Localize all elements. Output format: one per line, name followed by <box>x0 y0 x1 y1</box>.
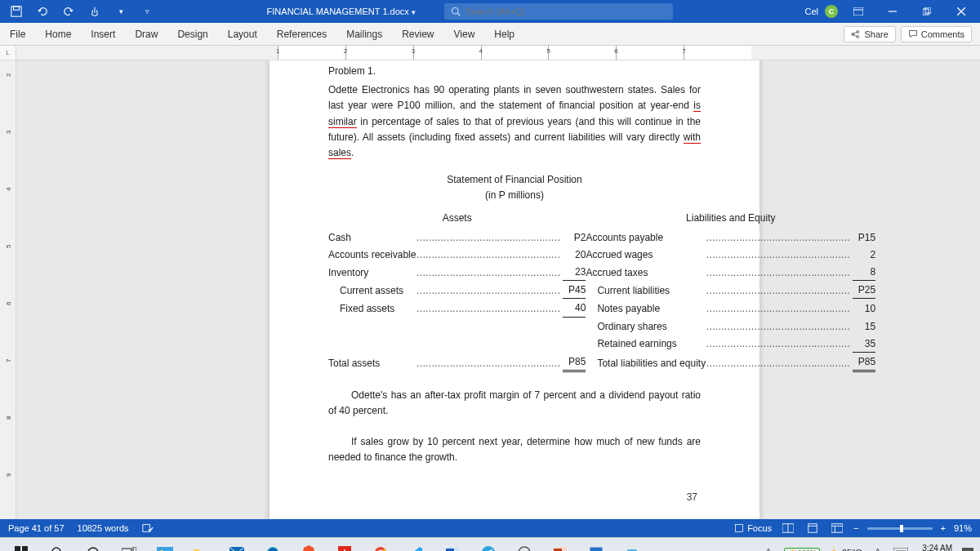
sof-subtitle: (in P millions) <box>328 188 701 203</box>
search-icon <box>451 7 461 16</box>
comments-button[interactable]: Comments <box>901 26 972 42</box>
keyboard-icon[interactable] <box>893 545 908 551</box>
focus-icon <box>734 523 744 533</box>
sun-icon <box>828 547 840 551</box>
tab-view[interactable]: View <box>444 23 485 45</box>
assets-header: Assets <box>328 211 586 229</box>
tab-file[interactable]: File <box>0 23 35 45</box>
zoom-in-icon[interactable]: + <box>941 523 946 533</box>
close-icon[interactable] <box>947 0 975 23</box>
liab-header: Liabilities and Equity <box>586 211 875 229</box>
svg-rect-33 <box>157 547 173 551</box>
notifications-icon[interactable]: 2 <box>960 545 975 551</box>
brave-icon[interactable] <box>292 540 325 551</box>
intro-paragraph: Odette Electronics has 90 operating plan… <box>328 82 701 161</box>
svg-point-27 <box>52 548 60 551</box>
ruler-corner: L <box>0 46 16 60</box>
tab-references[interactable]: References <box>267 23 336 45</box>
zoom-level[interactable]: 91% <box>954 523 972 533</box>
edge-icon[interactable] <box>256 540 289 551</box>
page-number: 37 <box>328 490 701 505</box>
svg-point-2 <box>452 8 459 15</box>
word-icon[interactable]: W <box>436 540 469 551</box>
user-name[interactable]: Cel <box>804 7 818 16</box>
calendar-icon[interactable] <box>580 540 612 551</box>
start-icon[interactable] <box>5 540 38 551</box>
comment-icon <box>908 29 918 39</box>
clock[interactable]: 3:24 AM 9/14/2021 <box>916 544 953 552</box>
chrome-icon[interactable] <box>364 540 397 551</box>
sof-title: Statement of Financial Position <box>328 172 701 188</box>
camera-icon[interactable] <box>616 540 648 551</box>
problem-heading: Problem 1. <box>328 64 701 79</box>
qat-overflow-icon[interactable]: ▿ <box>137 2 157 21</box>
status-words[interactable]: 10825 words <box>78 523 129 533</box>
svg-rect-53 <box>590 548 602 551</box>
touch-mode-icon[interactable] <box>85 2 105 21</box>
tray-expand-icon[interactable]: ˄ <box>871 545 885 551</box>
focus-button[interactable]: Focus <box>734 523 772 533</box>
tray-chevron-icon[interactable]: ˄ <box>761 545 776 551</box>
tab-draw[interactable]: Draw <box>125 23 167 45</box>
adobe-icon[interactable]: Adobe <box>328 540 361 551</box>
document-title: FINANCIAL MANAGEMENT 1.docx ▾ <box>267 7 416 16</box>
svg-rect-23 <box>15 546 20 551</box>
svg-rect-1 <box>14 7 20 10</box>
read-mode-icon[interactable] <box>780 522 796 535</box>
horizontal-ruler[interactable]: 1 2 3 4 5 6 7 <box>16 46 980 60</box>
taskbar-search-icon[interactable] <box>41 540 74 551</box>
vertical-ruler[interactable]: 2 3 4 5 6 7 8 9 <box>0 60 16 519</box>
redo-icon[interactable] <box>59 2 78 21</box>
paragraph-margin: Odette's has an after-tax profit margin … <box>328 388 701 419</box>
qat-more-icon[interactable]: ▾ <box>111 2 131 21</box>
svg-rect-4 <box>853 7 863 16</box>
print-layout-icon[interactable] <box>804 522 821 535</box>
autosave-icon[interactable] <box>7 2 26 21</box>
avatar[interactable]: C <box>825 5 838 18</box>
document-page[interactable]: Problem 1. Odette Electronics has 90 ope… <box>270 60 760 519</box>
svg-rect-31 <box>133 547 136 551</box>
tab-design[interactable]: Design <box>167 23 217 45</box>
maximize-icon[interactable] <box>913 0 941 23</box>
zoom-slider[interactable] <box>867 527 933 530</box>
app-icon[interactable]: W <box>508 540 541 551</box>
web-layout-icon[interactable] <box>829 522 845 535</box>
tab-review[interactable]: Review <box>392 23 443 45</box>
cortana-icon[interactable] <box>77 540 109 551</box>
svg-rect-18 <box>808 524 817 533</box>
tab-help[interactable]: Help <box>484 23 524 45</box>
svg-point-29 <box>88 548 98 551</box>
tab-insert[interactable]: Insert <box>81 23 125 45</box>
weather-widget-icon[interactable] <box>149 540 181 551</box>
file-explorer-icon[interactable] <box>185 540 217 551</box>
tab-layout[interactable]: Layout <box>218 23 267 45</box>
svg-rect-0 <box>11 7 21 16</box>
tab-home[interactable]: Home <box>35 23 81 45</box>
vscode-icon[interactable] <box>400 540 433 551</box>
status-page[interactable]: Page 41 of 57 <box>8 523 65 533</box>
statement-table: Assets Liabilities and Equity CashP2 Acc… <box>328 211 875 374</box>
task-view-icon[interactable] <box>113 540 145 551</box>
svg-rect-15 <box>736 525 743 532</box>
search-box[interactable] <box>444 3 673 20</box>
ribbon-display-icon[interactable] <box>844 0 872 23</box>
weather-temp[interactable]: 25°C <box>828 547 862 551</box>
search-input[interactable] <box>466 7 666 16</box>
svg-rect-20 <box>831 524 843 533</box>
minimize-icon[interactable] <box>879 0 906 23</box>
powerpoint-icon[interactable]: P <box>544 540 577 551</box>
share-icon <box>851 29 861 39</box>
svg-line-3 <box>457 13 460 16</box>
undo-icon[interactable] <box>33 2 52 21</box>
spellcheck-icon[interactable] <box>142 522 154 534</box>
svg-point-46 <box>482 546 495 551</box>
paragraph-question: If sales grow by 10 percent next year, d… <box>328 434 701 465</box>
battery-status[interactable]: ⚡100% <box>784 548 820 551</box>
mail-icon[interactable] <box>220 540 253 551</box>
zoom-out-icon[interactable]: − <box>853 523 858 533</box>
share-button[interactable]: Share <box>844 26 895 42</box>
telegram-icon[interactable] <box>472 540 505 551</box>
svg-rect-61 <box>893 548 908 551</box>
tab-mailings[interactable]: Mailings <box>336 23 392 45</box>
svg-rect-24 <box>22 546 28 551</box>
